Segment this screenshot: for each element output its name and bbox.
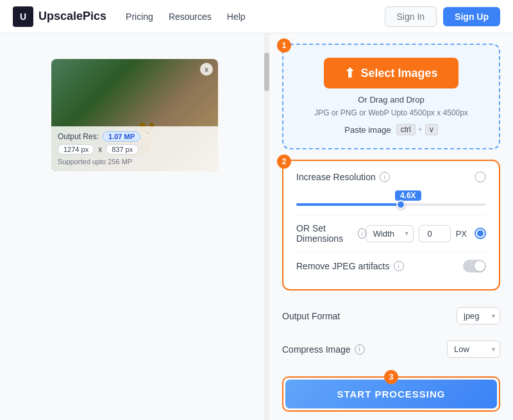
output-res-label: Output Res: [58, 132, 99, 141]
output-format-select[interactable]: jpeg png webp [457, 307, 500, 324]
increase-resolution-row: Increase Resolution i [296, 171, 486, 183]
set-dimensions-row: OR Set Dimensions i Width Height PX [296, 223, 486, 244]
mp-value-badge: 1.07 MP [103, 131, 140, 142]
step-3-badge: 3 [384, 370, 398, 384]
plus-sign: + [418, 125, 423, 134]
compress-info-icon[interactable]: i [355, 344, 365, 355]
select-images-label: Select Images [360, 67, 437, 80]
slider-track[interactable] [296, 203, 486, 206]
image-info: Output Res: 1.07 MP 1274 px x 837 px Sup… [51, 126, 218, 171]
divider-2 [296, 251, 486, 252]
width-select-wrapper: Width Height [366, 225, 414, 242]
header: U UpscalePics Pricing Resources Help Sig… [0, 0, 513, 33]
increase-resolution-label: Increase Resolution i [296, 172, 390, 182]
output-format-row: Output Format jpeg png webp [282, 299, 500, 333]
keyboard-shortcut: ctrl + v [396, 124, 438, 135]
set-dimensions-label: OR Set Dimensions i [296, 223, 366, 244]
nav-pricing[interactable]: Pricing [126, 12, 153, 22]
close-preview-button[interactable]: x [200, 63, 213, 76]
nav-links: Pricing Resources Help [126, 12, 384, 22]
start-btn-wrapper: 3 START PROCESSING [282, 376, 500, 412]
left-panel: x Output Res: 1.07 MP 1274 px x 837 px S… [0, 33, 269, 420]
width-select[interactable]: Width Height [366, 225, 414, 242]
compress-image-label: Compress Image i [282, 344, 365, 355]
scrollbar-thumb [264, 53, 269, 91]
settings-panel: 2 Increase Resolution i 4.6X [282, 160, 500, 290]
logo-text: UpscalePics [38, 10, 106, 23]
signup-button[interactable]: Sign Up [443, 7, 500, 26]
main-content: x Output Res: 1.07 MP 1274 px x 837 px S… [0, 33, 513, 420]
dimension-input[interactable] [419, 225, 451, 242]
scrollbar-track[interactable] [264, 33, 269, 420]
divider [296, 215, 486, 215]
toggle-thumb [475, 261, 485, 271]
ctrl-key: ctrl [396, 124, 416, 135]
select-images-button[interactable]: ⬆ Select Images [324, 58, 458, 88]
x-separator: x [98, 145, 102, 154]
slider-fill [296, 203, 401, 206]
step-2-badge: 2 [277, 155, 291, 169]
remove-jpeg-toggle[interactable] [463, 260, 486, 273]
remove-jpeg-info-icon[interactable]: i [394, 261, 404, 271]
paste-row: Paste image ctrl + v [296, 124, 486, 135]
compress-select-wrapper: Low Medium High None [447, 340, 500, 358]
set-dimensions-info-icon[interactable]: i [358, 228, 366, 239]
supported-label: Supported upto 256 MP [58, 158, 132, 165]
v-key: v [425, 124, 438, 135]
image-preview: x Output Res: 1.07 MP 1274 px x 837 px S… [51, 59, 218, 171]
logo-area: U UpscalePics [13, 6, 106, 27]
compress-select[interactable]: Low Medium High None [447, 340, 500, 358]
header-actions: Sign In Sign Up [385, 6, 500, 27]
upload-zone: 1 ⬆ Select Images Or Drag and Drop JPG o… [282, 44, 500, 149]
set-dimensions-radio[interactable] [475, 228, 486, 239]
remove-jpeg-row: Remove JPEG artifacts i [296, 260, 486, 273]
file-types-text: JPG or PNG or WebP Upto 4500px x 4500px [296, 108, 486, 117]
step-1-badge: 1 [277, 38, 291, 53]
nav-resources[interactable]: Resources [169, 12, 212, 22]
slider-thumb[interactable] [396, 200, 405, 209]
signin-button[interactable]: Sign In [385, 6, 437, 27]
compress-image-row: Compress Image i Low Medium High None [282, 333, 500, 366]
remove-jpeg-label: Remove JPEG artifacts i [296, 261, 404, 271]
slider-value-badge: 4.6X [395, 190, 421, 201]
width-value-badge: 1274 px [58, 144, 94, 155]
increase-resolution-info-icon[interactable]: i [380, 172, 390, 182]
logo-icon: U [13, 6, 33, 27]
dim-controls: Width Height PX [366, 225, 467, 242]
increase-resolution-radio[interactable] [475, 171, 486, 183]
right-panel: 1 ⬆ Select Images Or Drag and Drop JPG o… [269, 33, 513, 420]
output-format-select-wrapper: jpeg png webp [457, 307, 500, 324]
drag-drop-text: Or Drag and Drop [296, 95, 486, 105]
output-format-label: Output Format [282, 311, 340, 321]
slider-container: 4.6X [296, 189, 486, 206]
dimension-unit: PX [456, 229, 467, 239]
nav-help[interactable]: Help [227, 12, 246, 22]
paste-label: Paste image [344, 125, 391, 135]
upload-icon: ⬆ [344, 65, 355, 81]
height-value-badge: 837 px [106, 144, 139, 155]
